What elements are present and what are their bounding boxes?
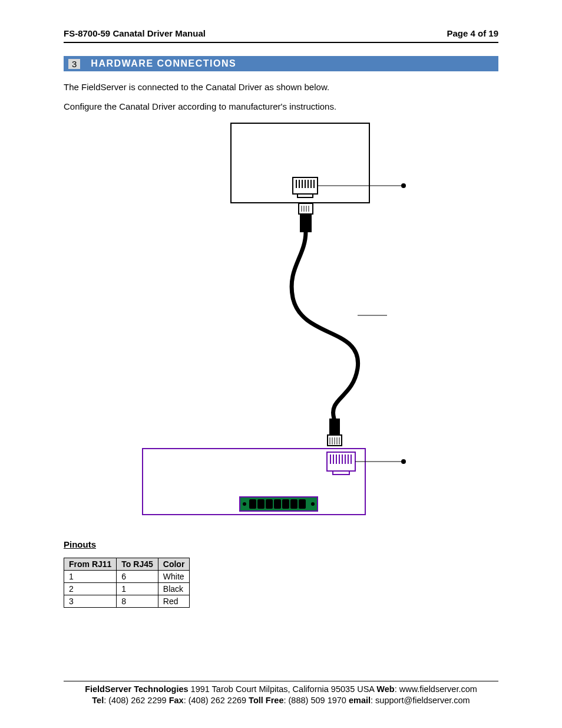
terminal-block-icon: [240, 497, 318, 511]
table-header-row: From RJ11 To RJ45 Color: [64, 558, 190, 571]
svg-rect-12: [300, 214, 311, 232]
footer-tollfree-label: Toll Free: [249, 696, 283, 705]
table-row: 3 8 Red: [64, 595, 190, 608]
footer-web-label: Web: [376, 684, 394, 694]
paragraph-1: The FieldServer is connected to the Cana…: [64, 82, 498, 92]
footer-company: FieldServer Technologies: [85, 684, 188, 694]
col-to-rj45: To RJ45: [117, 558, 158, 571]
table-row: 2 1 Black: [64, 583, 190, 595]
page-number: Page 4 of 19: [447, 28, 498, 38]
rj45-port-icon: [327, 452, 355, 475]
svg-rect-41: [257, 499, 265, 509]
footer-email-label: email: [349, 696, 371, 705]
doc-title: FS-8700-59 Canatal Driver Manual: [64, 28, 206, 38]
svg-point-10: [401, 183, 406, 188]
page-header: FS-8700-59 Canatal Driver Manual Page 4 …: [64, 28, 498, 43]
section-number: 3: [68, 59, 80, 69]
rj11-port-icon: [293, 177, 318, 197]
svg-rect-43: [274, 499, 281, 509]
footer-tel-label: Tel: [92, 696, 104, 705]
section-heading: 3 HARDWARE CONNECTIONS: [64, 56, 498, 71]
table-row: 1 6 White: [64, 571, 190, 583]
svg-rect-42: [266, 499, 273, 509]
svg-rect-11: [299, 203, 313, 214]
pinouts-heading: Pinouts: [64, 539, 498, 549]
paragraph-2: Configure the Canatal Driver according t…: [64, 101, 498, 111]
cable-icon: [292, 232, 358, 419]
wiring-diagram-svg: [140, 121, 422, 516]
page-footer: FieldServer Technologies 1991 Tarob Cour…: [64, 681, 498, 707]
footer-fax-label: Fax: [169, 696, 184, 705]
svg-point-36: [401, 459, 406, 464]
col-from-rj11: From RJ11: [64, 558, 117, 571]
svg-rect-18: [329, 419, 340, 435]
rj45-plug-icon: [328, 419, 342, 446]
svg-rect-40: [249, 499, 256, 509]
svg-rect-44: [282, 499, 289, 509]
connection-diagram: [64, 121, 498, 516]
col-color: Color: [158, 558, 190, 571]
svg-rect-45: [290, 499, 297, 509]
svg-point-39: [311, 502, 315, 506]
svg-rect-46: [299, 499, 306, 509]
svg-point-38: [243, 502, 246, 506]
section-title: HARDWARE CONNECTIONS: [91, 58, 236, 69]
pinouts-table: From RJ11 To RJ45 Color 1 6 White 2 1 Bl…: [64, 558, 190, 608]
rj11-plug-icon: [299, 203, 313, 232]
